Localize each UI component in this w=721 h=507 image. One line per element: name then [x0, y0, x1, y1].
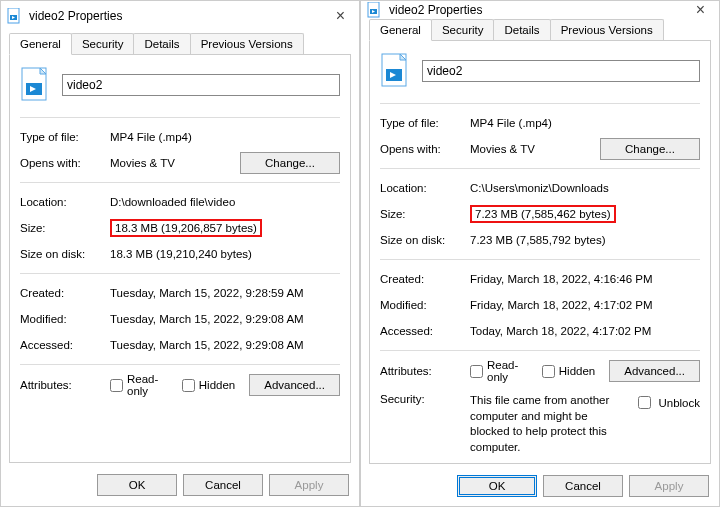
- dialog-buttons: OK Cancel Apply: [1, 464, 359, 506]
- advanced-button[interactable]: Advanced...: [609, 360, 700, 382]
- titlebar: video2 Properties ×: [1, 1, 359, 31]
- security-label: Security:: [380, 393, 470, 405]
- accessed-value: Tuesday, March 15, 2022, 9:29:08 AM: [110, 339, 340, 351]
- tab-details[interactable]: Details: [493, 19, 550, 40]
- opens-with-label: Opens with:: [20, 157, 110, 169]
- tab-general[interactable]: General: [369, 19, 432, 41]
- window-title: video2 Properties: [389, 3, 482, 17]
- ok-button[interactable]: OK: [97, 474, 177, 496]
- modified-label: Modified:: [20, 313, 110, 325]
- filename-input[interactable]: [62, 74, 340, 96]
- opens-with-value: Movies & TV: [110, 157, 240, 169]
- location-value: D:\downloaded file\video: [110, 196, 340, 208]
- security-message: This file came from another computer and…: [470, 393, 634, 455]
- hidden-checkbox[interactable]: Hidden: [542, 359, 595, 383]
- opens-with-label: Opens with:: [380, 143, 470, 155]
- tabs: General Security Details Previous Versio…: [1, 31, 359, 55]
- cancel-button[interactable]: Cancel: [543, 475, 623, 497]
- close-icon[interactable]: ×: [688, 1, 713, 19]
- tab-previous-versions[interactable]: Previous Versions: [190, 33, 304, 54]
- attributes-label: Attributes:: [380, 365, 470, 377]
- size-label: Size:: [380, 208, 470, 220]
- video-file-icon: [380, 51, 412, 91]
- hidden-checkbox[interactable]: Hidden: [182, 373, 235, 397]
- location-value: C:\Users\moniz\Downloads: [470, 182, 700, 194]
- video-file-icon: [7, 8, 23, 24]
- accessed-value: Today, March 18, 2022, 4:17:02 PM: [470, 325, 700, 337]
- properties-window-left: video2 Properties × General Security Det…: [0, 0, 360, 507]
- attributes-label: Attributes:: [20, 379, 110, 391]
- window-title: video2 Properties: [29, 9, 122, 23]
- size-label: Size:: [20, 222, 110, 234]
- created-value: Tuesday, March 15, 2022, 9:28:59 AM: [110, 287, 340, 299]
- video-file-icon: [20, 65, 52, 105]
- properties-window-right: video2 Properties × General Security Det…: [360, 0, 720, 507]
- readonly-checkbox[interactable]: Read-only: [110, 373, 168, 397]
- readonly-checkbox[interactable]: Read-only: [470, 359, 528, 383]
- change-button[interactable]: Change...: [240, 152, 340, 174]
- accessed-label: Accessed:: [20, 339, 110, 351]
- type-value: MP4 File (.mp4): [110, 131, 340, 143]
- created-value: Friday, March 18, 2022, 4:16:46 PM: [470, 273, 700, 285]
- filename-input[interactable]: [422, 60, 700, 82]
- titlebar: video2 Properties ×: [361, 1, 719, 19]
- location-label: Location:: [380, 182, 470, 194]
- modified-value: Tuesday, March 15, 2022, 9:29:08 AM: [110, 313, 340, 325]
- opens-with-value: Movies & TV: [470, 143, 600, 155]
- modified-label: Modified:: [380, 299, 470, 311]
- advanced-button[interactable]: Advanced...: [249, 374, 340, 396]
- tab-general[interactable]: General: [9, 33, 72, 55]
- tabs: General Security Details Previous Versio…: [361, 19, 719, 41]
- general-tab-body: Type of file: MP4 File (.mp4) Opens with…: [369, 40, 711, 464]
- apply-button[interactable]: Apply: [269, 474, 349, 496]
- size-on-disk-value: 18.3 MB (19,210,240 bytes): [110, 248, 340, 260]
- accessed-label: Accessed:: [380, 325, 470, 337]
- change-button[interactable]: Change...: [600, 138, 700, 160]
- size-on-disk-label: Size on disk:: [380, 234, 470, 246]
- modified-value: Friday, March 18, 2022, 4:17:02 PM: [470, 299, 700, 311]
- cancel-button[interactable]: Cancel: [183, 474, 263, 496]
- created-label: Created:: [20, 287, 110, 299]
- tab-security[interactable]: Security: [431, 19, 495, 40]
- size-value: 18.3 MB (19,206,857 bytes): [110, 219, 262, 237]
- tab-details[interactable]: Details: [133, 33, 190, 54]
- close-icon[interactable]: ×: [328, 7, 353, 25]
- size-on-disk-label: Size on disk:: [20, 248, 110, 260]
- size-on-disk-value: 7.23 MB (7,585,792 bytes): [470, 234, 700, 246]
- video-file-icon: [367, 2, 383, 18]
- type-label: Type of file:: [20, 131, 110, 143]
- unblock-checkbox[interactable]: Unblock: [634, 393, 700, 412]
- tab-security[interactable]: Security: [71, 33, 135, 54]
- type-label: Type of file:: [380, 117, 470, 129]
- dialog-buttons: OK Cancel Apply: [361, 465, 719, 507]
- general-tab-body: Type of file: MP4 File (.mp4) Opens with…: [9, 54, 351, 463]
- ok-button[interactable]: OK: [457, 475, 537, 497]
- tab-previous-versions[interactable]: Previous Versions: [550, 19, 664, 40]
- type-value: MP4 File (.mp4): [470, 117, 700, 129]
- size-value: 7.23 MB (7,585,462 bytes): [470, 205, 616, 223]
- created-label: Created:: [380, 273, 470, 285]
- apply-button[interactable]: Apply: [629, 475, 709, 497]
- location-label: Location:: [20, 196, 110, 208]
